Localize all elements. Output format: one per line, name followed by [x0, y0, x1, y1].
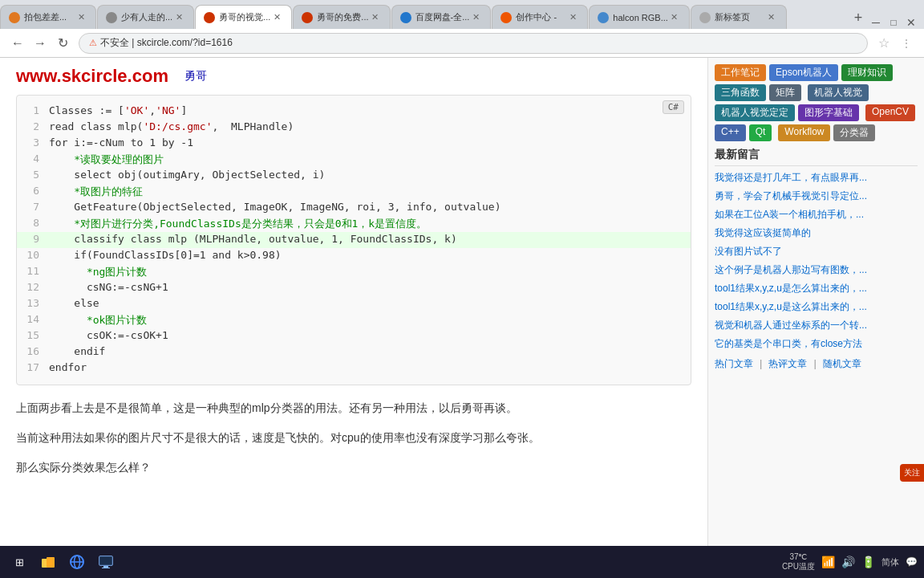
- tag-C++[interactable]: C++: [715, 124, 746, 141]
- taskbar-files-button[interactable]: [35, 549, 61, 575]
- tab-close-7[interactable]: ✕: [668, 11, 681, 24]
- body-text-3: 那么实际分类效果怎么样？: [16, 458, 691, 478]
- new-tab-button[interactable]: +: [847, 6, 869, 29]
- svg-rect-1: [47, 557, 55, 568]
- volume-icon: 🔊: [841, 556, 855, 568]
- browser-tab-1[interactable]: 拍包差差...✕: [0, 5, 96, 29]
- address-bar[interactable]: ⚠ 不安全 | skcircle.com/?id=1616: [79, 33, 868, 54]
- minimize-button[interactable]: ─: [869, 16, 882, 29]
- hot-articles-link[interactable]: 热门文章: [715, 357, 753, 371]
- tag-三角函数[interactable]: 三角函数: [715, 84, 766, 101]
- recent-comments-title: 最新留言: [715, 148, 918, 166]
- taskbar-right: 37℃ CPU温度 📶 🔊 🔋 简体 💬: [782, 552, 918, 572]
- comment-item-2[interactable]: 如果在工位A装一个相机拍手机，...: [715, 208, 918, 222]
- tab-close-4[interactable]: ✕: [369, 11, 382, 24]
- extensions-button[interactable]: ⋮: [895, 32, 918, 55]
- comment-item-6[interactable]: tool1结果x,y,z,u是怎么算出来的，...: [715, 282, 918, 295]
- browser-tab-5[interactable]: 百度网盘-全...✕: [391, 5, 492, 29]
- code-line-7: 7 GetFeature(ObjectSelected, ImageOK, Im…: [17, 200, 691, 216]
- tag-图形字基础[interactable]: 图形字基础: [798, 104, 859, 121]
- floating-follow-button[interactable]: 关注: [900, 464, 924, 482]
- browser-chrome: 拍包差差...✕少有人走的...✕勇哥的视觉...✕勇哥的免费...✕百度网盘-…: [0, 0, 924, 58]
- link-sep-1: |: [760, 357, 762, 371]
- tag-机器人视觉定定[interactable]: 机器人视觉定定: [715, 104, 795, 121]
- tags-container: 工作笔记Epson机器人理财知识三角函数矩阵机器人视觉机器人视觉定定图形字基础O…: [715, 64, 918, 141]
- tag-机器人视觉[interactable]: 机器人视觉: [808, 84, 869, 101]
- tag-理财知识[interactable]: 理财知识: [841, 64, 893, 81]
- taskbar-computer-button[interactable]: [93, 549, 119, 575]
- back-button[interactable]: ←: [6, 32, 29, 55]
- tag-分类器[interactable]: 分类器: [833, 124, 875, 141]
- site-header: www.skcircle.com 勇哥: [16, 66, 691, 87]
- taskbar: ⊞ 37℃ CPU温度 📶 🔊 🔋 简体 💬: [0, 546, 924, 578]
- comment-item-9[interactable]: 它的基类是个串口类，有close方法: [715, 337, 918, 351]
- comment-item-0[interactable]: 我觉得还是打几年工，有点眼界再...: [715, 171, 918, 185]
- tab-close-6[interactable]: ✕: [566, 11, 579, 24]
- comment-item-3[interactable]: 我觉得这应该挺简单的: [715, 226, 918, 240]
- code-line-13: 13 else: [17, 296, 691, 312]
- battery-icon: 🔋: [861, 556, 875, 568]
- browser-tab-2[interactable]: 少有人走的...✕: [97, 5, 194, 29]
- top-comments-link[interactable]: 热评文章: [768, 357, 807, 371]
- code-line-2: 2read class mlp('D:/cs.gmc', MLPHandle): [17, 120, 691, 136]
- tag-Workflow[interactable]: Workflow: [778, 124, 830, 141]
- tag-group: 工作笔记Epson机器人理财知识三角函数矩阵机器人视觉机器人视觉定定图形字基础O…: [715, 64, 918, 141]
- tag-OpenCV[interactable]: OpenCV: [865, 104, 915, 121]
- code-block: C# 1Classes := ['OK','NG']2read class ml…: [16, 95, 691, 385]
- address-bar-row: ← → ↻ ⚠ 不安全 | skcircle.com/?id=1616 ☆ ⋮: [0, 29, 924, 58]
- code-line-17: 17endfor: [17, 360, 691, 377]
- comment-item-8[interactable]: 视觉和机器人通过坐标系的一个转...: [715, 319, 918, 332]
- code-lines-container: 1Classes := ['OK','NG']2read class mlp('…: [17, 104, 691, 377]
- tag-Epson机器人[interactable]: Epson机器人: [769, 64, 838, 81]
- tab-bar: 拍包差差...✕少有人走的...✕勇哥的视觉...✕勇哥的免费...✕百度网盘-…: [0, 0, 924, 29]
- svg-rect-7: [103, 566, 108, 568]
- browser-tab-7[interactable]: halcon RGB...✕: [589, 5, 689, 29]
- comment-item-7[interactable]: tool1结果x,y,z,u是这么算出来的，...: [715, 300, 918, 314]
- language-indicator: 简体: [881, 556, 899, 568]
- site-logo: www.skcircle.com: [16, 66, 168, 87]
- browser-tab-8[interactable]: 新标签页✕: [691, 5, 787, 29]
- browser-tab-4[interactable]: 勇哥的免费...✕: [293, 5, 390, 29]
- main-content: www.skcircle.com 勇哥 C# 1Classes := ['OK'…: [0, 58, 707, 578]
- page-content: www.skcircle.com 勇哥 C# 1Classes := ['OK'…: [0, 58, 924, 578]
- code-line-16: 16 endif: [17, 344, 691, 360]
- svg-rect-8: [102, 568, 110, 568]
- tag-Qt[interactable]: Qt: [749, 124, 772, 141]
- comment-item-1[interactable]: 勇哥，学会了机械手视觉引导定位...: [715, 189, 918, 203]
- code-line-1: 1Classes := ['OK','NG']: [17, 104, 691, 120]
- maximize-button[interactable]: □: [887, 16, 900, 29]
- comment-item-4[interactable]: 没有图片试不了: [715, 245, 918, 258]
- code-line-6: 6 *取图片的特征: [17, 184, 691, 200]
- sidebar: 工作笔记Epson机器人理财知识三角函数矩阵机器人视觉机器人视觉定定图形字基础O…: [707, 58, 924, 578]
- tab-close-2[interactable]: ✕: [172, 11, 185, 24]
- taskbar-browser-button[interactable]: [64, 549, 90, 575]
- site-tagline: 勇哥: [184, 69, 207, 83]
- bookmark-button[interactable]: ☆: [873, 32, 895, 55]
- random-articles-link[interactable]: 随机文章: [823, 357, 861, 371]
- tag-工作笔记[interactable]: 工作笔记: [715, 64, 766, 81]
- tag-矩阵[interactable]: 矩阵: [769, 84, 801, 101]
- code-line-5: 5 select obj(outimgAry, ObjectSelected, …: [17, 168, 691, 184]
- tab-close-3[interactable]: ✕: [270, 11, 283, 24]
- tab-close-8[interactable]: ✕: [765, 11, 778, 24]
- code-line-4: 4 *读取要处理的图片: [17, 152, 691, 168]
- close-button[interactable]: ✕: [905, 16, 918, 29]
- forward-button[interactable]: →: [29, 32, 51, 55]
- address-text: 不安全 | skcircle.com/?id=1616: [100, 36, 233, 50]
- body-text-1: 上面两步看上去是不是很简单，这是一种典型的mlp分类器的用法。还有另一种用法，以…: [16, 398, 691, 418]
- tab-close-1[interactable]: ✕: [75, 11, 87, 24]
- tab-close-5[interactable]: ✕: [469, 11, 482, 24]
- code-lang-badge: C#: [663, 100, 684, 114]
- body-text-2: 当前这种用法如果你的图片尺寸不是很大的话，速度是飞快的。对cpu的使用率也没有深…: [16, 428, 691, 448]
- comments-container: 我觉得还是打几年工，有点眼界再...勇哥，学会了机械手视觉引导定位...如果在工…: [715, 171, 918, 351]
- comment-item-5[interactable]: 这个例子是机器人那边写有图数，...: [715, 263, 918, 277]
- browser-tab-3[interactable]: 勇哥的视觉...✕: [195, 5, 292, 29]
- code-line-15: 15 csOK:=-csOK+1: [17, 328, 691, 344]
- browser-tab-6[interactable]: 创作中心 -✕: [492, 5, 588, 29]
- code-line-12: 12 csNG:=-csNG+1: [17, 280, 691, 296]
- code-line-3: 3for i:=-cNum to 1 by -1: [17, 136, 691, 152]
- refresh-button[interactable]: ↻: [51, 32, 74, 55]
- notification-icon: 💬: [906, 556, 918, 568]
- taskbar-start-button[interactable]: ⊞: [6, 549, 32, 575]
- links-row: 热门文章 | 热评文章 | 随机文章: [715, 357, 918, 371]
